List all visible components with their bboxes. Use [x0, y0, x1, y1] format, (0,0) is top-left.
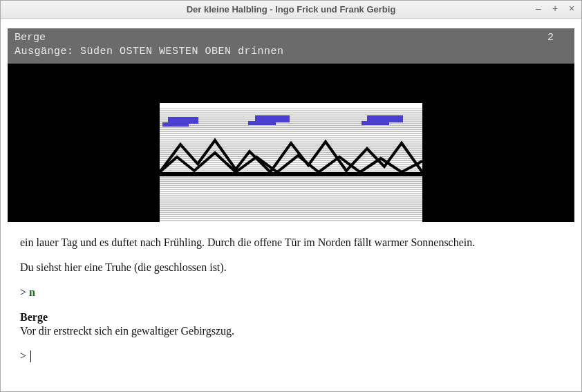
prompt-symbol: > — [20, 349, 26, 363]
status-turns: 2 — [540, 31, 567, 45]
status-exits-label: Ausgänge: — [15, 46, 74, 57]
app-window: Der kleine Halbling - Ingo Frick und Fra… — [0, 0, 582, 392]
svg-rect-5 — [162, 122, 189, 127]
svg-rect-3 — [160, 103, 422, 109]
minimize-button[interactable]: – — [533, 3, 544, 14]
game-area: Berge 2 Ausgänge: Süden OSTEN WESTEN OBE… — [1, 19, 581, 391]
svg-rect-10 — [160, 172, 422, 176]
previous-command-line: > n — [20, 286, 562, 299]
location-heading: Berge — [20, 310, 562, 324]
story-paragraph: ein lauer Tag und es duftet nach Frühlin… — [20, 236, 562, 250]
previous-command: n — [29, 286, 35, 298]
close-button[interactable]: × — [566, 3, 577, 14]
location-description: Vor dir erstreckt sich ein gewaltiger Ge… — [20, 324, 562, 338]
status-bar: Berge 2 Ausgänge: Süden OSTEN WESTEN OBE… — [8, 28, 574, 64]
command-input-line[interactable]: > — [20, 349, 562, 363]
window-title: Der kleine Halbling - Ingo Frick und Fra… — [1, 4, 581, 15]
scene-illustration — [160, 103, 422, 222]
story-paragraph: Du siehst hier eine Truhe (die geschloss… — [20, 261, 562, 274]
story-text: ein lauer Tag und es duftet nach Frühlin… — [8, 222, 574, 387]
status-exits: Süden OSTEN WESTEN OBEN drinnen — [80, 46, 284, 57]
svg-rect-9 — [362, 121, 389, 125]
text-cursor — [30, 351, 31, 362]
titlebar: Der kleine Halbling - Ingo Frick und Fra… — [1, 1, 581, 19]
location-block: Berge Vor dir erstreckt sich ein gewalti… — [20, 310, 562, 338]
prompt-symbol: > — [20, 286, 26, 298]
status-location: Berge — [15, 31, 540, 45]
svg-rect-7 — [248, 121, 276, 125]
maximize-button[interactable]: + — [550, 3, 561, 14]
window-controls: – + × — [533, 3, 577, 14]
graphics-viewport: Berge 2 Ausgänge: Süden OSTEN WESTEN OBE… — [8, 28, 574, 222]
